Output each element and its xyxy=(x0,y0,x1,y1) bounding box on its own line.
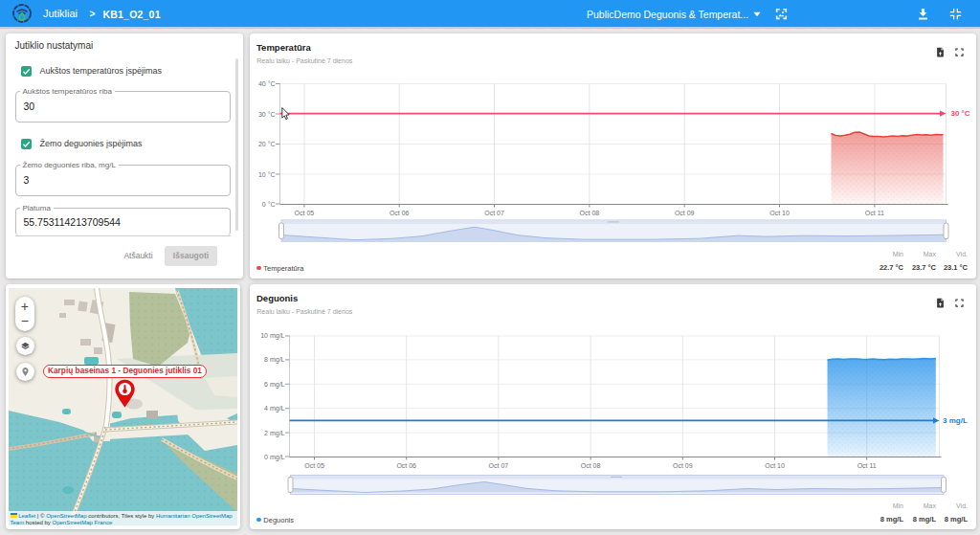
svg-text:0 °C: 0 °C xyxy=(261,201,275,208)
svg-text:40 °C: 40 °C xyxy=(257,80,275,87)
svg-text:2 mg/L: 2 mg/L xyxy=(264,430,285,437)
svg-text:6 mg/L: 6 mg/L xyxy=(264,381,285,389)
svg-text:Oct 05: Oct 05 xyxy=(294,210,314,216)
svg-text:Oct 11: Oct 11 xyxy=(864,210,883,216)
svg-text:8 mg/L: 8 mg/L xyxy=(264,356,285,364)
svg-text:30 °C: 30 °C xyxy=(257,111,275,118)
svg-text:Oct 10: Oct 10 xyxy=(769,210,790,216)
svg-text:Oct 06: Oct 06 xyxy=(389,210,409,216)
svg-text:Oct 05: Oct 05 xyxy=(304,462,324,469)
svg-text:10 °C: 10 °C xyxy=(257,171,275,178)
svg-text:Oct 09: Oct 09 xyxy=(674,210,694,216)
svg-text:Oct 07: Oct 07 xyxy=(484,210,504,216)
svg-text:4 mg/L: 4 mg/L xyxy=(264,405,285,412)
svg-text:Oct 09: Oct 09 xyxy=(672,462,692,469)
svg-text:Oct 08: Oct 08 xyxy=(580,462,600,469)
svg-text:20 °C: 20 °C xyxy=(257,141,275,147)
svg-text:30 °C: 30 °C xyxy=(950,109,969,118)
svg-text:Oct 06: Oct 06 xyxy=(396,462,416,469)
svg-text:10 mg/L: 10 mg/L xyxy=(260,332,284,340)
svg-text:Oct 07: Oct 07 xyxy=(488,462,508,469)
svg-text:3 mg/L: 3 mg/L xyxy=(943,416,968,425)
svg-text:Oct 11: Oct 11 xyxy=(857,462,876,469)
svg-text:0 mg/L: 0 mg/L xyxy=(264,454,285,461)
svg-text:Oct 08: Oct 08 xyxy=(579,210,599,216)
svg-text:Oct 10: Oct 10 xyxy=(765,462,785,469)
